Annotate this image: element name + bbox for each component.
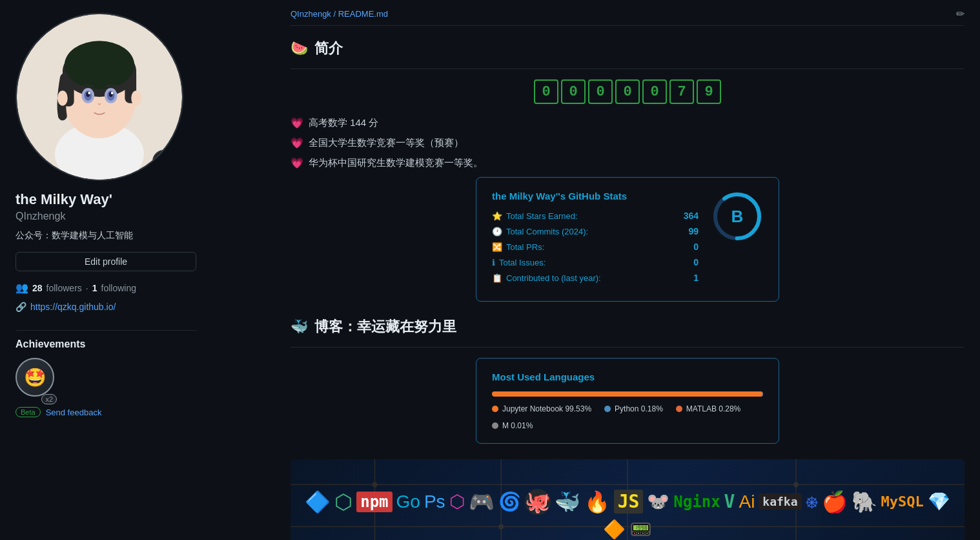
tech-icon-angular: 🔷 bbox=[305, 490, 331, 514]
stats-row-commits: 🕐 Total Commits (2024): 99 bbox=[492, 226, 699, 236]
achievement-text-1: 高考数学 144 分 bbox=[309, 117, 378, 129]
intro-emoji: 🍉 bbox=[291, 40, 308, 57]
tech-icon-ai: Ai bbox=[739, 492, 755, 512]
python-dot bbox=[604, 406, 611, 412]
heart-icon-2: 💗 bbox=[291, 137, 303, 149]
website-url: https://qzkq.github.io/ bbox=[30, 302, 116, 312]
follow-separator: · bbox=[86, 283, 88, 293]
tech-icon-gopher: 🐭 bbox=[647, 491, 669, 512]
stats-value-issues: 0 bbox=[693, 257, 699, 267]
edit-profile-button[interactable]: Edit profile bbox=[15, 252, 196, 271]
username-handle: QInzhengk bbox=[15, 211, 65, 222]
tech-icon-terminal: 📟 bbox=[629, 519, 652, 540]
send-feedback-link[interactable]: Send feedback bbox=[46, 408, 102, 417]
sidebar-divider bbox=[15, 330, 196, 331]
achievement-text-2: 全国大学生数学竞赛一等奖（预赛） bbox=[309, 137, 464, 149]
info-icon: ℹ bbox=[492, 258, 495, 267]
readme-path-user: QInzhengk bbox=[291, 9, 331, 19]
intro-divider bbox=[291, 68, 965, 69]
tech-icon-diamond: 💎 bbox=[928, 491, 950, 512]
python-label: Python 0.18% bbox=[615, 404, 663, 413]
stats-value-contrib: 1 bbox=[693, 273, 699, 283]
followers-count: 28 bbox=[32, 283, 43, 293]
clock-icon: 🕐 bbox=[492, 227, 502, 236]
stats-right: B bbox=[711, 191, 763, 242]
achievement-item-3: 💗 华为杯中国研究生数学建模竞赛一等奖。 bbox=[291, 157, 965, 169]
tech-icon-github: 🐙 bbox=[525, 489, 551, 515]
beta-feedback-section: Beta Send feedback bbox=[15, 407, 101, 417]
tech-icons: 🔷 ⬡ npm Go Ps ⬡ 🎮 🌀 🐙 🐳 🔥 JS 🐭 Nginx V A… bbox=[297, 489, 958, 540]
tech-icon-photoshop: Ps bbox=[424, 492, 445, 512]
languages-card: Most Used Languages Jupyter Notebook 99.… bbox=[476, 358, 779, 444]
intro-title: 🍉 简介 bbox=[291, 39, 965, 58]
tech-icon-js: JS bbox=[614, 490, 644, 514]
tech-icon-discord: 🎮 bbox=[469, 490, 495, 514]
counter-digit-3: 0 bbox=[588, 79, 613, 104]
tech-icon-graphql: ⬡ bbox=[449, 491, 465, 512]
counter-digit-7: 9 bbox=[697, 79, 721, 104]
edit-readme-icon[interactable]: ✏ bbox=[956, 8, 965, 20]
tech-icon-firebase: 🔥 bbox=[584, 490, 610, 514]
blog-emoji: 🐳 bbox=[291, 318, 308, 335]
jupyter-label: Jupyter Notebook 99.53% bbox=[502, 404, 591, 413]
stats-value-stars: 364 bbox=[684, 211, 699, 221]
svg-point-18 bbox=[131, 90, 141, 106]
lang-bar-jupyter bbox=[492, 391, 762, 397]
tech-icon-kafka: kafka bbox=[759, 493, 801, 510]
badge-count: x2 bbox=[41, 394, 57, 404]
intro-title-text: 简介 bbox=[314, 39, 343, 58]
counter-digit-2: 0 bbox=[561, 79, 586, 104]
m-dot bbox=[492, 422, 498, 429]
tech-icon-mysql: MySQL bbox=[881, 493, 924, 510]
stats-label-issues: ℹ Total Issues: bbox=[492, 258, 546, 267]
avatar-badge: 🍉 bbox=[152, 150, 176, 173]
tech-icon-swift: 🔶 bbox=[603, 519, 626, 540]
achievement-badge: 🤩 bbox=[15, 358, 54, 397]
website-section[interactable]: 🔗 https://qzkq.github.io/ bbox=[15, 302, 116, 312]
readme-path: QInzhengk / README.md bbox=[291, 9, 388, 19]
tech-icon-vuejs: ⬡ bbox=[334, 490, 352, 514]
link-icon: 🔗 bbox=[15, 302, 26, 312]
tech-icon-go: Go bbox=[396, 492, 420, 512]
avatar-wrapper: 🍉 bbox=[15, 13, 183, 181]
m-label: M 0.01% bbox=[502, 421, 533, 430]
star-icon: ⭐ bbox=[492, 211, 502, 221]
github-stats-card: the Milky Way''s GitHub Stats ⭐ Total St… bbox=[476, 177, 779, 302]
svg-point-8 bbox=[65, 41, 134, 89]
username-display: the Milky Way' bbox=[15, 191, 112, 208]
lang-legend-matlab: MATLAB 0.28% bbox=[676, 404, 740, 413]
beta-badge: Beta bbox=[15, 407, 41, 417]
main-content: QInzhengk / README.md ✏ 🍉 简介 0 0 0 0 0 7… bbox=[291, 0, 980, 540]
svg-point-15 bbox=[88, 92, 90, 94]
stats-label-contrib: 📋 Contributed to (last year): bbox=[492, 273, 601, 283]
following-count: 1 bbox=[92, 283, 97, 293]
intro-section: 🍉 简介 0 0 0 0 0 7 9 💗 高考数学 144 分 💗 全国大学生数… bbox=[291, 39, 965, 302]
follow-section: 👥 28 followers · 1 following bbox=[15, 282, 136, 294]
contrib-icon: 📋 bbox=[492, 273, 502, 283]
svg-point-16 bbox=[111, 92, 114, 94]
tech-icon-nginx: Nginx bbox=[673, 493, 720, 511]
tech-icon-apple: 🍎 bbox=[822, 490, 848, 514]
lang-title: Most Used Languages bbox=[492, 371, 763, 382]
tech-icon-kubernetes: ⎈ bbox=[806, 490, 818, 514]
stats-value-prs: 0 bbox=[693, 242, 699, 252]
blog-title-text: 博客：幸运藏在努力里 bbox=[314, 317, 456, 337]
achievement-badge-wrapper: 🤩 x2 bbox=[15, 358, 54, 402]
heart-icon-1: 💗 bbox=[291, 117, 303, 129]
tech-icon-docker: 🐳 bbox=[555, 490, 580, 514]
stats-value-commits: 99 bbox=[688, 226, 699, 236]
people-icon: 👥 bbox=[15, 282, 28, 294]
counter-row: 0 0 0 0 0 7 9 bbox=[291, 79, 965, 104]
counter-digit-6: 7 bbox=[669, 79, 694, 104]
readme-path-sep: / bbox=[334, 9, 338, 19]
grade-circle: B bbox=[711, 191, 763, 242]
lang-legend-jupyter: Jupyter Notebook 99.53% bbox=[492, 404, 591, 413]
matlab-dot bbox=[676, 406, 682, 412]
svg-point-17 bbox=[57, 90, 68, 106]
counter-digit-1: 0 bbox=[534, 79, 558, 104]
blog-divider bbox=[291, 347, 965, 348]
counter-digit-4: 0 bbox=[615, 79, 640, 104]
achievement-item-1: 💗 高考数学 144 分 bbox=[291, 117, 965, 129]
heart-icon-3: 💗 bbox=[291, 157, 303, 169]
blog-title: 🐳 博客：幸运藏在努力里 bbox=[291, 317, 965, 337]
